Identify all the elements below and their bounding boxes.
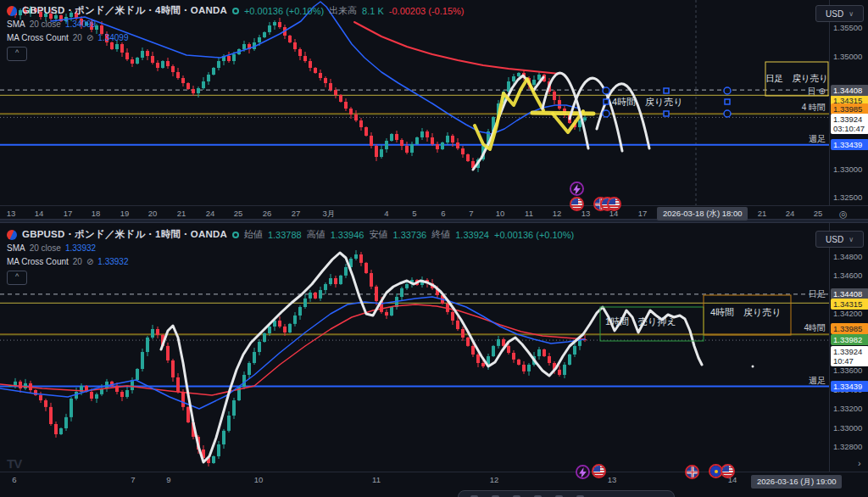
candle-body [8,386,12,387]
flag-cross [687,472,698,473]
candle-body [339,276,342,284]
candle-body [431,137,434,144]
candle-body [390,307,393,316]
candle-body [181,392,185,407]
indicator-params: 20 close [30,243,61,253]
candle-body [186,83,190,89]
candle-body [517,360,520,365]
time-tick: 4 [374,209,399,218]
candle-body [324,284,327,290]
drawing-handle[interactable] [664,88,669,93]
candle-body [171,66,175,72]
drawing-handle[interactable] [724,110,731,117]
yellow-highlight-bar[interactable] [532,113,593,114]
symbol-title[interactable]: GBPUSD・ポンド／米ドル・4時間・OANDA [22,4,227,17]
hide-indicator-icon[interactable]: ⊘ [86,33,93,42]
tradingview-app: 日足 戻り売り4時間 戻り売り日 ⊕4 時間週足 GBPUSD・ポンド／米ドル・… [0,0,868,497]
candle-body [125,390,129,397]
candle-body [568,355,571,365]
price-change-low: -0.00203 (-0.15%) [389,6,465,16]
candle-body [375,146,378,157]
high-value: 1.33946 [331,230,364,240]
candle-body [268,327,271,333]
candle-body [532,80,536,85]
price-tick: 1.34200 [833,309,862,318]
us-flag-icon[interactable] [607,197,621,211]
red-ma-line[interactable] [0,304,585,395]
indicator-ma-cross-row[interactable]: MA Cross Count 20 ⊘ 1.33932 [7,257,128,266]
price-tag[interactable]: 1.33439 [831,139,868,150]
close-label: 終値 [431,228,450,241]
indicator-sma-row[interactable]: SMA 20 close 1.33932 [7,243,96,253]
candle-body [141,352,144,369]
candle-body [471,346,475,355]
candle-body [476,355,480,363]
chart-4h-plot[interactable]: 日足 戻り売り4時間 戻り売り日 ⊕4 時間週足 [0,0,829,205]
flag-canton [609,198,615,204]
candle-body [370,273,373,287]
price-tag[interactable]: 1.33985 [831,323,868,334]
annotation-text[interactable]: 1時間 売り抑え [605,316,676,327]
candle-body [461,329,465,338]
currency-dropdown[interactable]: USD ∨ [815,5,864,22]
drawing-handle[interactable] [725,99,730,104]
candle-body [248,363,251,375]
annotation-text[interactable]: 4時間 戻り売り [710,307,782,317]
indicator-name: MA Cross Count [7,257,69,266]
currency-dropdown[interactable]: USD ∨ [815,231,864,248]
indicator-value: 1.34099 [97,33,128,42]
time-tick: 20 [140,209,165,218]
flag-canton [571,198,578,204]
indicator-sma-row[interactable]: SMA 20 close 1.34099 [7,20,96,29]
uk-flag-icon[interactable] [685,465,699,479]
indicator-ma-cross-row[interactable]: MA Cross Count 20 ⊘ 1.34099 [7,33,128,42]
collapse-legend-button[interactable]: ^ [7,47,27,61]
collapse-legend-button[interactable]: ^ [7,271,27,285]
economic-event-icon[interactable] [576,465,590,479]
price-tag[interactable]: 1.33439 [831,381,868,392]
symbol-title[interactable]: GBPUSD・ポンド／米ドル・1時間・OANDA [22,228,227,241]
candle-body [537,75,541,80]
candle-body [227,416,231,431]
hide-indicator-icon[interactable]: ⊘ [86,257,93,266]
annotation-text[interactable]: 4時間 戻り売り [612,97,683,107]
candle-body [405,146,409,153]
candle-body [258,342,261,352]
candle-body [578,120,581,127]
candle-body [522,365,526,371]
candle-body [39,395,42,400]
white-drawing-path[interactable] [161,253,702,462]
time-tick: 25 [225,209,251,218]
chevron-down-icon: ∨ [849,10,854,18]
indicator-params: 20 close [30,20,61,29]
candle-body [314,68,317,73]
price-tag[interactable]: 1.3392410:47 [831,346,868,366]
us-flag-icon[interactable] [721,464,735,478]
drawing-handle[interactable] [603,87,609,94]
time-tick: 12 [481,475,507,484]
us-flag-icon[interactable] [592,464,606,478]
sma-line[interactable] [0,297,585,409]
drawing-toolbar[interactable] [458,490,675,497]
price-tag[interactable]: 1.34315 [831,299,868,310]
time-tick: 5 [402,209,427,218]
lightning-icon [571,184,582,195]
drawing-handle[interactable] [603,110,609,117]
price-tag[interactable]: 1.34408 [831,85,868,96]
candle-body [303,56,307,61]
drawing-handle[interactable] [604,99,609,104]
price-tag[interactable]: 1.33982 [831,334,868,345]
drawing-handle[interactable] [664,111,669,116]
drawing-handle[interactable] [724,87,731,94]
open-label: 始値 [244,228,263,241]
candle-body [420,131,424,137]
us-flag-icon[interactable] [570,197,584,211]
price-tag[interactable]: 1.3392403:10:47 [831,114,868,134]
scroll-right-icon[interactable]: › [858,458,861,468]
drawing-dot [752,366,754,368]
candle-body [120,392,124,397]
annotation-text[interactable]: 日足 戻り売り [765,73,828,83]
candle-body [288,324,292,332]
economic-event-icon[interactable] [570,181,584,196]
red-trendline[interactable] [354,22,559,74]
